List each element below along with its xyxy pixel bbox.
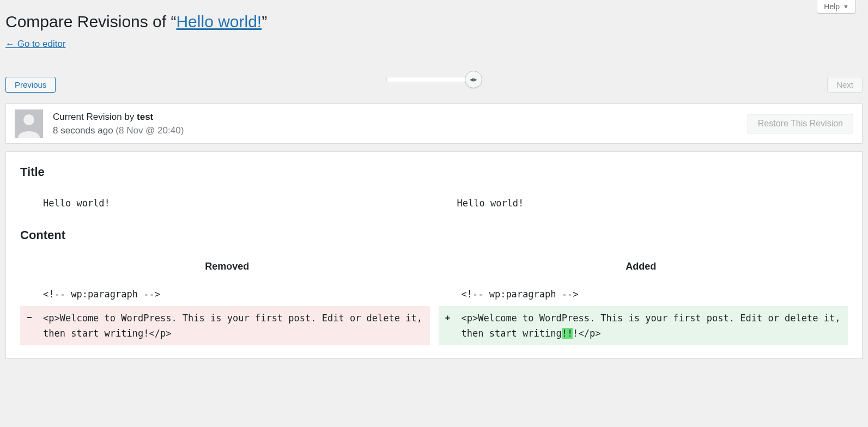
title-suffix: ” [262,13,267,30]
context-right: <!-- wp:paragraph --> [439,282,848,306]
context-left: <!-- wp:paragraph --> [20,282,430,306]
content-section-header: Content [20,228,848,242]
compare-icon: ◂▸ [470,75,477,83]
page-header: Compare Revisions of “Hello world!” ← Go… [0,0,868,55]
author-name: test [137,112,153,122]
help-label: Help [824,2,840,11]
added-text-pre: <p>Welcome to WordPress. This is your fi… [462,313,841,339]
chevron-down-icon: ▼ [843,3,849,10]
title-prefix: Compare Revisions of “ [5,13,176,30]
title-section-header: Title [20,165,848,179]
help-button[interactable]: Help ▼ [817,0,856,14]
post-title-link[interactable]: Hello world! [176,13,262,30]
revision-nav: Previous ◂▸ Next [0,55,868,103]
next-button: Next [827,77,863,93]
added-highlight: !! [562,328,573,339]
title-diff-row: Hello world! Hello world! [20,194,848,212]
column-headers: Removed Added [20,258,848,282]
svg-point-1 [23,114,34,125]
go-to-editor-link[interactable]: ← Go to editor [5,39,66,50]
timestamp: (8 Nov @ 20:40) [116,125,184,136]
previous-button[interactable]: Previous [5,77,56,93]
diff-panel: Title Hello world! Hello world! Content … [5,151,863,359]
added-line: + <p>Welcome to WordPress. This is your … [439,306,848,345]
removed-line: − <p>Welcome to WordPress. This is your … [20,306,430,345]
restore-revision-button: Restore This Revision [748,114,853,133]
page-title: Compare Revisions of “Hello world!” [5,11,863,32]
avatar [15,109,43,138]
revision-author-line: Current Revision by test [53,110,184,124]
diff-context-row: <!-- wp:paragraph --> <!-- wp:paragraph … [20,282,848,306]
added-text-post: !</p> [573,328,600,339]
removed-header: Removed [20,258,434,282]
revision-slider[interactable]: ◂▸ [386,71,482,88]
removed-text: <p>Welcome to WordPress. This is your fi… [43,313,422,339]
title-new: Hello world! [434,194,848,212]
meta-text: Current Revision by test 8 seconds ago (… [53,110,184,138]
slider-track [386,77,468,82]
meta-left: Current Revision by test 8 seconds ago (… [15,109,184,138]
slider-handle[interactable]: ◂▸ [465,71,482,88]
avatar-icon [15,109,43,138]
diff-change-row: − <p>Welcome to WordPress. This is your … [20,306,848,345]
revision-label: Current Revision by [53,112,137,122]
title-old: Hello world! [20,194,434,212]
minus-icon: − [27,310,32,326]
revision-date-line: 8 seconds ago (8 Nov @ 20:40) [53,124,184,138]
revision-meta: Current Revision by test 8 seconds ago (… [5,103,863,144]
added-header: Added [434,258,848,282]
plus-icon: + [445,310,451,326]
time-ago: 8 seconds ago [53,125,113,136]
